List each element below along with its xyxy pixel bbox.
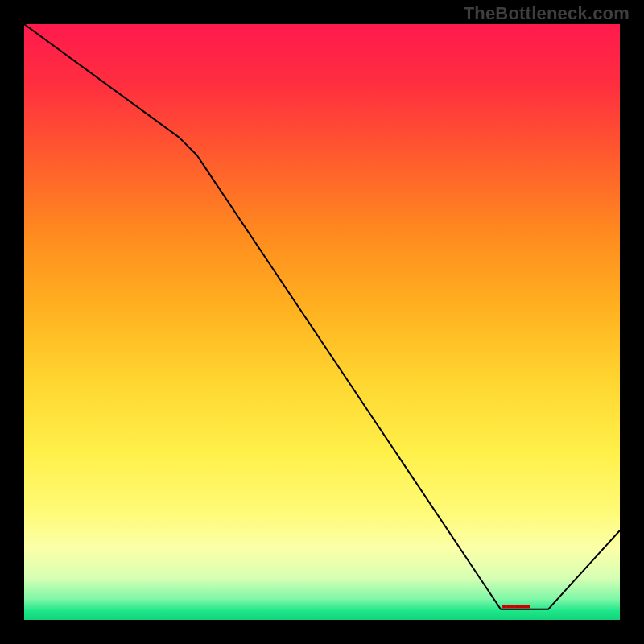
cluster-marker: ■■■■■■■ — [502, 602, 530, 610]
chart-frame: TheBottleneck.com ■■■■■■■ — [0, 0, 644, 644]
plot-area: ■■■■■■■ — [24, 24, 620, 620]
plot-svg — [24, 24, 620, 620]
watermark-text: TheBottleneck.com — [464, 3, 630, 24]
gradient-background — [24, 24, 620, 620]
